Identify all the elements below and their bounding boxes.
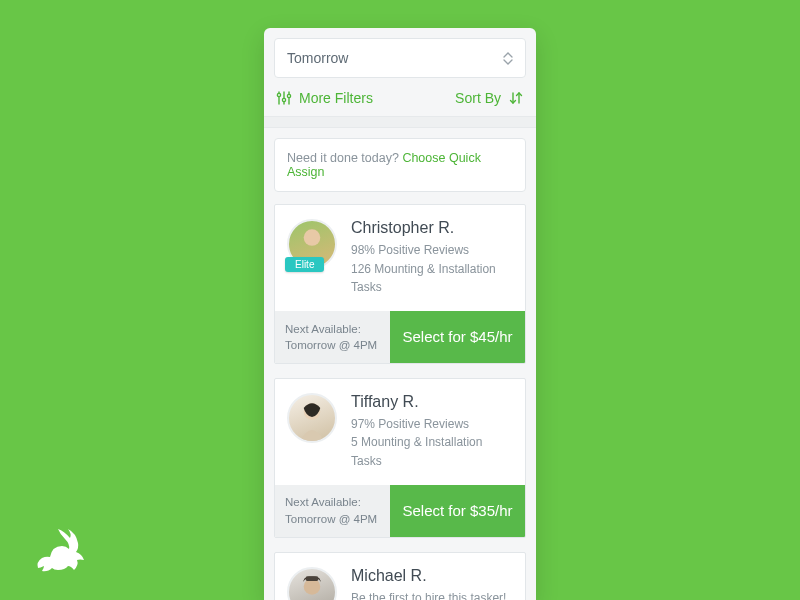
avatar [287,567,339,600]
tasker-name: Michael R. [351,567,513,585]
select-button-label: Select for $45/hr [402,328,512,345]
tasker-reviews: 97% Positive Reviews [351,415,513,434]
tasker-reviews: Be the first to hire this tasker! [351,589,513,600]
section-divider [264,116,536,128]
svg-point-8 [304,229,321,246]
avatar [287,393,339,471]
brand-rabbit-icon [32,526,88,578]
tasker-name: Christopher R. [351,219,513,237]
filter-bar: More Filters Sort By [274,78,526,116]
svg-point-1 [277,93,280,96]
tasker-tasks: 126 Mounting & Installation Tasks [351,260,513,297]
avatar: Elite [287,219,339,297]
availability-cell: Next Available: Tomorrow @ 4PM [275,485,390,537]
availability-label: Next Available: [285,321,380,337]
app-screen: Tomorrow More Filters Sort By [264,28,536,600]
tasker-card: Michael R. Be the first to hire this tas… [274,552,526,600]
sliders-icon [276,90,292,106]
availability-cell: Next Available: Tomorrow @ 4PM [275,311,390,363]
sort-arrows-icon [508,90,524,106]
tasker-tasks: 5 Mounting & Installation Tasks [351,433,513,470]
select-chevrons-icon [503,52,513,65]
tasker-reviews: 98% Positive Reviews [351,241,513,260]
availability-value: Tomorrow @ 4PM [285,511,380,527]
svg-point-3 [282,98,285,101]
availability-value: Tomorrow @ 4PM [285,337,380,353]
elite-badge: Elite [285,257,324,272]
sort-by-label: Sort By [455,90,501,106]
tasker-card: Elite Christopher R. 98% Positive Review… [274,204,526,364]
tasker-name: Tiffany R. [351,393,513,411]
svg-point-5 [287,94,290,97]
select-tasker-button[interactable]: Select for $35/hr [390,485,525,537]
quick-assign-prefix: Need it done today? [287,151,402,165]
select-button-label: Select for $35/hr [402,502,512,519]
quick-assign-banner: Need it done today? Choose Quick Assign [274,138,526,192]
availability-label: Next Available: [285,494,380,510]
tasker-card: Tiffany R. 97% Positive Reviews 5 Mounti… [274,378,526,538]
date-selector-label: Tomorrow [287,50,348,66]
date-selector[interactable]: Tomorrow [274,38,526,78]
more-filters-label: More Filters [299,90,373,106]
sort-by-button[interactable]: Sort By [455,90,524,106]
more-filters-button[interactable]: More Filters [276,90,373,106]
svg-rect-11 [306,576,319,581]
select-tasker-button[interactable]: Select for $45/hr [390,311,525,363]
